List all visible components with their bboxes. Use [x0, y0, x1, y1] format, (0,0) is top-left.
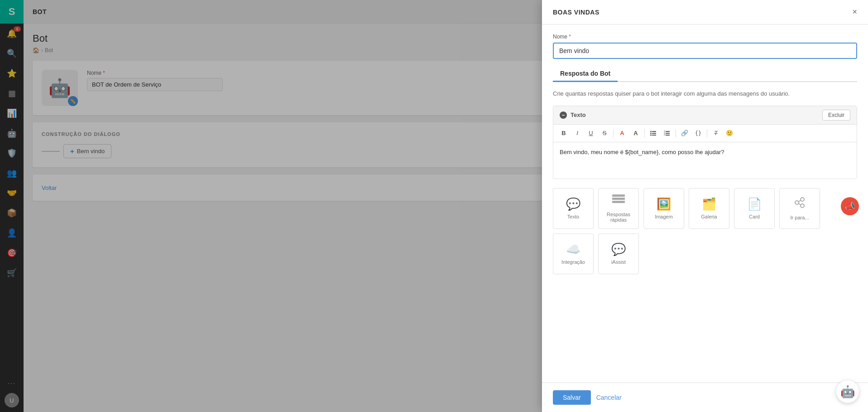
svg-rect-1: [652, 133, 656, 134]
ir-para-item-label: Ir para...: [791, 215, 809, 220]
integracao-icon: ☁️: [566, 242, 580, 257]
svg-text:3: 3: [664, 133, 665, 136]
dialog-panel: BOAS VINDAS × Nome * Resposta do Bot Cri…: [542, 0, 868, 412]
list-ol-button[interactable]: 123: [661, 127, 673, 139]
editor-toolbar: B I U S A A 123 🔗 {} T 🙂: [553, 125, 857, 142]
svg-point-3: [650, 131, 652, 132]
svg-rect-2: [652, 135, 656, 136]
svg-line-18: [799, 200, 801, 202]
svg-rect-13: [612, 198, 625, 200]
megaphone-button[interactable]: 📣: [841, 197, 859, 215]
texto-block: − Texto Excluir B I U S A A 123: [553, 106, 857, 179]
italic-button[interactable]: I: [571, 127, 583, 139]
font-bg-button[interactable]: A: [630, 127, 642, 139]
response-item-card[interactable]: 📄 Card: [734, 188, 775, 229]
strikethrough-button[interactable]: S: [599, 127, 610, 139]
svg-point-16: [801, 198, 804, 201]
bold-button[interactable]: B: [558, 127, 570, 139]
editor-content[interactable]: Bem vindo, meu nome é ${bot_name}, como …: [553, 142, 857, 179]
response-item-texto[interactable]: 💬 Texto: [553, 188, 594, 229]
ir-para-icon: [793, 196, 806, 212]
dialog-body: Nome * Resposta do Bot Crie quantas resp…: [542, 24, 868, 383]
cancel-button[interactable]: Cancelar: [596, 394, 622, 401]
svg-line-19: [799, 204, 801, 205]
svg-rect-14: [612, 201, 625, 203]
svg-rect-8: [666, 135, 670, 136]
svg-rect-0: [652, 131, 656, 132]
tab-resposta-bot[interactable]: Resposta do Bot: [553, 66, 618, 82]
excluir-button[interactable]: Excluir: [822, 110, 850, 121]
svg-rect-6: [666, 131, 670, 132]
integracao-item-label: Integração: [561, 259, 585, 265]
dialog-header: BOAS VINDAS ×: [542, 0, 868, 24]
toolbar-divider-3: [676, 129, 676, 137]
svg-point-17: [801, 204, 804, 208]
response-grid: 💬 Texto Respostas rápidas 🖼️ Imagem 🗂️ G…: [553, 188, 857, 274]
svg-point-15: [795, 201, 799, 204]
card-icon: 📄: [747, 197, 762, 211]
respostas-rapidas-item-label: Respostas rápidas: [599, 212, 638, 223]
modal-tabs: Resposta do Bot: [553, 66, 857, 82]
response-item-galeria[interactable]: 🗂️ Galeria: [689, 188, 729, 229]
texto-icon: 💬: [566, 197, 580, 211]
megaphone-icon: 📣: [845, 201, 855, 211]
response-item-ir-para[interactable]: Ir para...: [779, 188, 820, 229]
toolbar-divider-2: [644, 129, 645, 137]
font-color-button[interactable]: A: [616, 127, 628, 139]
modal-name-label: Nome *: [553, 34, 857, 40]
svg-rect-7: [666, 133, 670, 134]
modal-name-required: *: [569, 34, 571, 40]
texto-header-left: − Texto: [560, 111, 586, 119]
iassist-item-label: iAssist: [611, 259, 626, 265]
response-item-integracao[interactable]: ☁️ Integração: [553, 233, 594, 274]
dialog-title: BOAS VINDAS: [553, 9, 599, 16]
collapse-icon[interactable]: −: [560, 111, 567, 119]
response-item-iassist[interactable]: 💬 iAssist: [598, 233, 639, 274]
texto-item-label: Texto: [567, 214, 579, 219]
close-button[interactable]: ×: [852, 7, 857, 17]
response-item-respostas-rapidas[interactable]: Respostas rápidas: [598, 188, 639, 229]
clear-format-button[interactable]: T: [710, 127, 722, 139]
link-button[interactable]: 🔗: [679, 127, 691, 139]
list-ul-button[interactable]: [647, 127, 659, 139]
code-button[interactable]: {}: [692, 127, 704, 139]
svg-point-4: [650, 132, 652, 134]
save-button[interactable]: Salvar: [553, 390, 591, 405]
toolbar-divider-1: [613, 129, 614, 137]
galeria-item-label: Galeria: [701, 214, 717, 219]
svg-rect-12: [612, 194, 625, 197]
respostas-rapidas-icon: [612, 194, 625, 209]
texto-block-header: − Texto Excluir: [553, 106, 857, 125]
dialog-footer: Salvar Cancelar: [542, 383, 868, 412]
floating-bot-icon: 🤖: [840, 385, 855, 399]
imagem-item-label: Imagem: [655, 214, 673, 219]
modal-info-text: Crie quantas respostas quiser para o bot…: [553, 89, 857, 98]
card-item-label: Card: [749, 214, 760, 219]
underline-button[interactable]: U: [585, 127, 597, 139]
imagem-icon: 🖼️: [657, 197, 671, 211]
toolbar-divider-4: [707, 129, 707, 137]
modal-name-input[interactable]: [553, 43, 857, 59]
emoji-button[interactable]: 🙂: [724, 127, 735, 139]
texto-label: Texto: [571, 111, 586, 118]
response-item-imagem[interactable]: 🖼️ Imagem: [643, 188, 684, 229]
svg-point-5: [650, 134, 652, 136]
floating-bot-button[interactable]: 🤖: [836, 380, 859, 403]
iassist-icon: 💬: [611, 242, 626, 257]
galeria-icon: 🗂️: [702, 197, 716, 211]
